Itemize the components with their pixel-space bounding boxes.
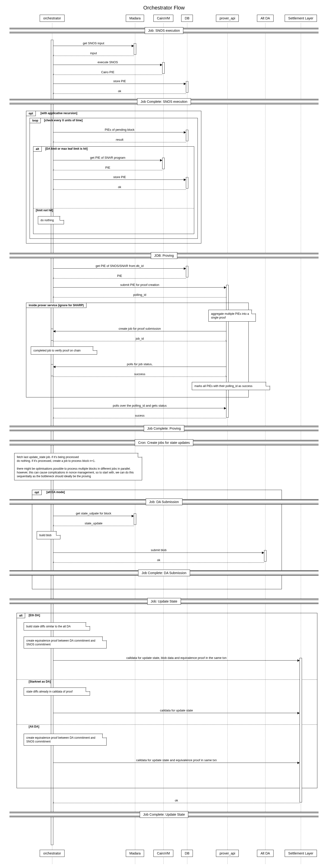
frame-tag: loop [30,118,41,123]
activation-madara [134,43,136,55]
msg: PIE [53,274,186,279]
msg: ok [53,558,264,563]
msg: ok [53,185,186,190]
msg: get PIE of SNAR program [53,156,162,160]
msg: calldata for update state and equivalenc… [53,758,300,763]
actor-settlement-bottom: Settlement Layer [285,850,317,857]
actor-db: DB [181,15,193,22]
note-do-nothing: do nothing [38,216,64,224]
msg: job_id [53,337,226,341]
frame-guard: [DA limit or max leaf limit is hit] [45,147,88,150]
note-marks: marks all PIEs with their polling_id as … [192,382,270,390]
activation-orch-inner2 [51,364,53,376]
note-completed: completed job to verify proof on chain [31,346,97,354]
msg: get state_udpate for block [53,512,134,516]
actor-madara: Madara [126,15,144,22]
note-build-state: build state diffs similar to the alt DA [24,622,90,630]
msg: execute SNOS [53,61,162,65]
frame-guard: [Alt DA] [29,725,39,728]
msg: submit PIE for proof creation [53,283,226,287]
divider-job-snos: Job: SNOS execution [9,28,319,33]
frame-guard: [Starknet as DA] [29,680,51,683]
lifeline-area: Job: SNOS execution get SNOS input input… [0,23,328,864]
note-build-blob: build blob [37,531,60,539]
actor-header: orchestrator Madara CairoVM DB prover_ap… [0,15,328,23]
sequence-diagram: Orchestrator Flow orchestrator Madara Ca… [0,5,328,864]
divider-label: Cron: Create jobs for state updates [135,439,193,446]
msg: store PIE [53,176,186,180]
divider-label: JOB: Proving [151,252,177,259]
actor-altda-bottom: Alt DA [257,850,273,857]
activation-db [186,130,188,141]
activation-cairovm [162,158,165,169]
activation-madara2 [134,514,136,525]
actor-altda: Alt DA [257,15,273,22]
msg: success [53,373,226,377]
divider-da-complete: Job Complete: DA Submission [9,570,319,576]
actor-settlement: Settlement Layer [285,15,317,22]
msg: store PIE [53,80,186,84]
activation-cairovm [162,62,165,74]
frame-tag: opt [32,490,42,495]
divider-proving-complete: Job Complete: Proving [9,426,319,431]
divider-label: Job: SNOS execution [145,27,183,34]
divider-job-proving: JOB: Proving [9,253,319,258]
actor-db-bottom: DB [181,850,193,857]
frame-tag: inside prover service (ignore for SHARP) [26,303,86,308]
note-aggregate: aggregate multiple PIEs into a single pr… [208,310,256,321]
activation-db [186,177,188,188]
frame-guard: [alt DA mode] [47,491,65,494]
divider-label: Job Complete: Update State [140,811,188,818]
note-state-calldata: state diffs already in calldata of proof [24,687,90,695]
msg: state_update [53,522,134,526]
actor-prover-bottom: prover_api [216,850,239,857]
msg: calldata for update state, blob data and… [53,656,300,660]
actor-madara-bottom: Madara [126,850,144,857]
divider-update: Job: Update State [9,599,319,604]
actor-orchestrator-bottom: orchestrator [40,850,65,857]
divider-label: Job: DA Submission [146,499,182,505]
msg: get PIE of SNOS/SNAR from db_id [53,264,186,269]
frame-guard: [check every X units of time] [44,119,83,122]
msg: polls for job status, [53,363,226,367]
activation-altda [264,550,266,561]
divider-update-complete: Job Complete: Update State [9,812,319,817]
msg: Cairo PIE [53,70,162,75]
msg: result [53,138,186,142]
frame-guard: [with applicative recursion] [40,112,77,115]
msg: input [53,52,134,56]
divider-cron: Cron: Create jobs for state updates [9,440,319,445]
divider-label: Job Complete: SNOS execution [137,98,191,105]
divider-label: Job Complete: DA Submission [138,569,190,576]
note-equiv2: create equivalence proof between DA comm… [24,734,107,746]
divider-da: Job: DA Submission [9,499,319,504]
msg: calldata for update state [53,709,300,713]
frame-guard: [limit not hit] [36,209,53,212]
msg: ok [53,90,186,94]
frame-tag: opt [26,111,36,116]
actor-cairovm: CairoVM [153,15,173,22]
frame-tag: alt [33,147,42,152]
note-equiv1: create equivalence proof between DA comm… [24,637,107,648]
msg: PIE [53,166,162,170]
actor-prover: prover_api [216,15,239,22]
msg: polls over the polling_id and gets statu… [53,404,226,408]
msg: get SNOS input [53,42,134,46]
divider-label: Job Complete: Proving [144,425,184,432]
msg: PIEs of pending block [53,128,186,132]
frame-guard: [Eth DA] [29,614,40,617]
diagram-title: Orchestrator Flow [0,5,328,11]
activation-db [186,81,188,93]
msg: create job for proof submission [53,327,226,331]
divider-label: Job: Update State [147,598,181,604]
msg: submit blob [53,549,264,553]
note-fetch: fetch last update_state job. if it's bei… [14,453,142,480]
msg: polling_id [53,293,226,298]
actor-orchestrator: orchestrator [40,15,65,22]
msg: sucess [53,414,226,418]
divider-job-snos-complete: Job Complete: SNOS execution [9,99,319,104]
activation-settlement [300,658,302,802]
msg: ok [53,799,300,803]
activation-db [186,266,188,277]
frame-tag: alt [17,613,25,618]
